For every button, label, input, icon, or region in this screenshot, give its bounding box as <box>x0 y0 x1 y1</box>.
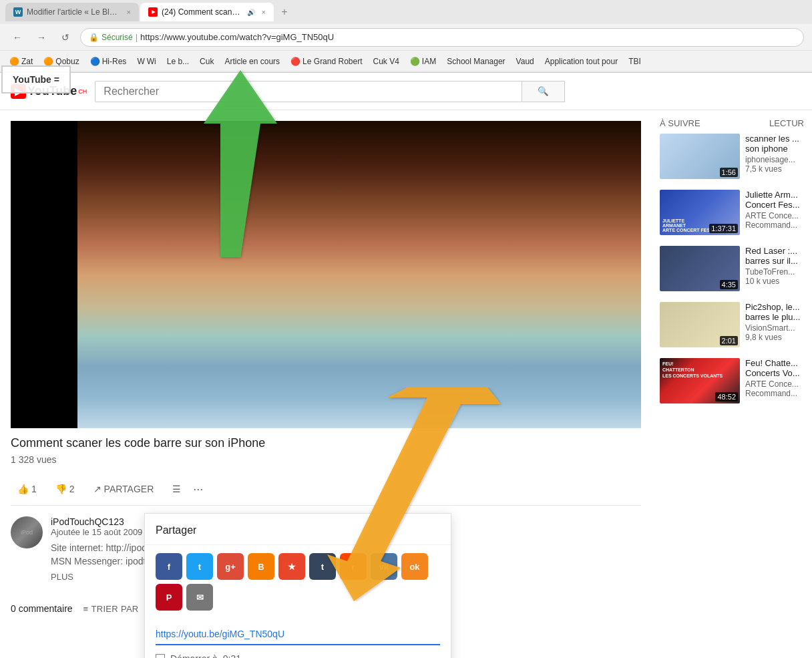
share-dialog-header: Partager <box>145 514 451 545</box>
sidebar-views-5: Recommand... <box>745 389 804 398</box>
bookmark-schoolmanager[interactable]: School Manager <box>443 55 509 67</box>
thumb-duration-5: 48:52 <box>715 392 738 401</box>
like-button[interactable]: 👍 1 <box>11 480 43 498</box>
share-url-row <box>145 619 451 653</box>
bookmark-vaud[interactable]: Vaud <box>512 55 538 67</box>
sidebar-item[interactable]: 1:56 scanner les ... son iphone iphoneis… <box>660 134 804 179</box>
queue-icon: ☰ <box>172 484 181 494</box>
share-ok-button[interactable]: ok <box>401 553 428 580</box>
sidebar-lectur: LECTUR <box>769 118 804 128</box>
thumb-text-5: FEU!CHATTERTONLes Concerts Volants <box>662 361 723 379</box>
share-email-button[interactable]: ✉ <box>186 584 213 611</box>
sidebar-thumb-1: 1:56 <box>660 134 740 179</box>
sidebar-thumb-2: JULIETTEARMANETARTE Concert Festival 1:3… <box>660 190 740 235</box>
grandrobert-icon: 🔴 <box>290 57 300 66</box>
security-label: Sécurisé <box>102 33 133 42</box>
sidebar-views-1: 7,5 k vues <box>745 164 804 174</box>
youtube-header: ▶ YouTube CH 🔍 <box>0 73 812 110</box>
sidebar-item[interactable]: JULIETTEARMANETARTE Concert Festival 1:3… <box>660 190 804 235</box>
bookmark-appli[interactable]: Application tout pour <box>541 55 622 67</box>
sidebar-views-2: Recommand... <box>745 220 804 230</box>
search-button[interactable]: 🔍 <box>522 81 565 102</box>
bookmark-leblog[interactable]: Le b... <box>163 55 193 67</box>
tab-wordpress[interactable]: W Modifier l'article « Le Blog du ... × <box>5 3 139 21</box>
search-icon: 🔍 <box>538 86 549 96</box>
dislike-button[interactable]: 👎 2 <box>49 480 81 498</box>
youtube-logo-sup: CH <box>78 88 87 95</box>
thumbs-up-icon: 👍 <box>17 484 29 494</box>
yt-label-text: YouTube = <box>13 74 59 85</box>
sidebar-item[interactable]: 4:35 Red Laser :... barres sur il... Tub… <box>660 246 804 291</box>
back-button[interactable]: ← <box>8 28 27 47</box>
tab-bar: W Modifier l'article « Le Blog du ... × … <box>0 0 812 24</box>
share-pinterest-button[interactable]: P <box>156 584 182 611</box>
sidebar-video-title-5: Feu! Chatte... Concerts Vo... <box>745 358 804 378</box>
bookmark-hires[interactable]: 🔵Hi-Res <box>86 55 131 67</box>
video-views: 1 328 vues <box>11 454 641 465</box>
bookmark-cukv4[interactable]: Cuk V4 <box>369 55 403 67</box>
share-reddit-button[interactable]: r <box>340 553 367 580</box>
share-icons-row: f t g+ B ★ t r vk ok P ✉ <box>145 545 451 619</box>
thumb-duration-1: 1:56 <box>720 168 738 177</box>
bookmark-grandrobert[interactable]: 🔴Le Grand Robert <box>286 55 366 67</box>
sort-button[interactable]: ≡ TRIER PAR <box>83 604 139 614</box>
share-icon: ↗ <box>93 484 102 494</box>
sidebar-thumb-3: 4:35 <box>660 246 740 291</box>
like-count: 1 <box>31 484 37 494</box>
sidebar-views-3: 10 k vues <box>745 277 804 286</box>
channel-avatar: iPod <box>11 516 43 548</box>
share-stumble-button[interactable]: ★ <box>278 553 305 580</box>
sidebar-item[interactable]: FEU!CHATTERTONLes Concerts Volants 48:52… <box>660 358 804 403</box>
sidebar-thumb-4: 2:01 <box>660 302 740 347</box>
share-twitter-button[interactable]: t <box>186 553 213 580</box>
share-start-checkbox[interactable] <box>156 654 165 658</box>
youtube-label-overlay: YouTube = <box>1 65 71 94</box>
bookmark-tbi[interactable]: TBI <box>624 55 645 67</box>
share-blogger-button[interactable]: B <box>248 553 274 580</box>
sidebar-channel-1: iphoneisage... <box>745 155 804 164</box>
video-background <box>11 121 641 428</box>
browser-chrome: W Modifier l'article « Le Blog du ... × … <box>0 0 812 73</box>
security-badge: 🔒 Sécurisé <box>89 33 133 42</box>
more-button[interactable]: ··· <box>193 482 203 496</box>
bookmark-article[interactable]: Article en cours <box>220 55 284 67</box>
thumb-duration-2: 1:37:31 <box>709 224 738 233</box>
tab-youtube[interactable]: ▶ (24) Comment scaner les c... 🔊 × <box>140 3 274 21</box>
url-text: https://www.youtube.com/watch?v=giMG_TN5… <box>140 32 334 42</box>
share-button[interactable]: ↗ PARTAGER <box>87 480 161 498</box>
video-player[interactable] <box>11 121 641 428</box>
share-vk-button[interactable]: vk <box>371 553 397 580</box>
share-googleplus-button[interactable]: g+ <box>217 553 244 580</box>
url-bar[interactable]: 🔒 Sécurisé | https://www.youtube.com/wat… <box>80 28 804 47</box>
search-input[interactable] <box>95 81 522 102</box>
search-bar[interactable] <box>95 81 522 102</box>
sidebar-thumb-5: FEU!CHATTERTONLes Concerts Volants 48:52 <box>660 358 740 403</box>
forward-button[interactable]: → <box>32 28 51 47</box>
tab-close-yt[interactable]: × <box>262 8 266 16</box>
tab-close-wp[interactable]: × <box>127 8 131 16</box>
video-inner <box>11 121 641 428</box>
sidebar-channel-3: TubeToFren... <box>745 267 804 277</box>
sidebar-channel-2: ARTE Conce... <box>745 211 804 220</box>
thumb-duration-3: 4:35 <box>720 280 738 289</box>
reload-button[interactable]: ↺ <box>56 28 75 47</box>
sort-icon: ≡ <box>83 604 89 614</box>
share-start-row: Démarrer à 0:31 <box>145 653 451 658</box>
share-tumblr-button[interactable]: t <box>309 553 336 580</box>
new-tab-button[interactable]: + <box>275 3 294 21</box>
lock-icon: 🔒 <box>89 33 99 42</box>
sidebar-item[interactable]: 2:01 Pic2shop, le... barres le plu... Vi… <box>660 302 804 347</box>
video-actions: 👍 1 👎 2 ↗ PARTAGER ☰ ··· Partager <box>11 473 641 506</box>
share-start-label: Démarrer à <box>170 653 218 658</box>
iam-icon: 🟢 <box>410 57 420 66</box>
share-facebook-button[interactable]: f <box>156 553 182 580</box>
share-url-input[interactable] <box>156 624 440 645</box>
tab-audio-icon: 🔊 <box>247 9 255 16</box>
share-dialog: Partager f t g+ B ★ t r vk ok P ✉ <box>144 513 451 658</box>
bookmark-iam[interactable]: 🟢IAM <box>406 55 440 67</box>
add-to-queue-button[interactable]: ☰ <box>166 480 188 498</box>
video-title: Comment scaner les code barre sur son iP… <box>11 436 641 450</box>
sidebar-video-title-3: Red Laser :... barres sur il... <box>745 246 804 266</box>
bookmark-cuk[interactable]: Cuk <box>196 55 218 67</box>
bookmark-wi[interactable]: WWi <box>133 55 160 67</box>
